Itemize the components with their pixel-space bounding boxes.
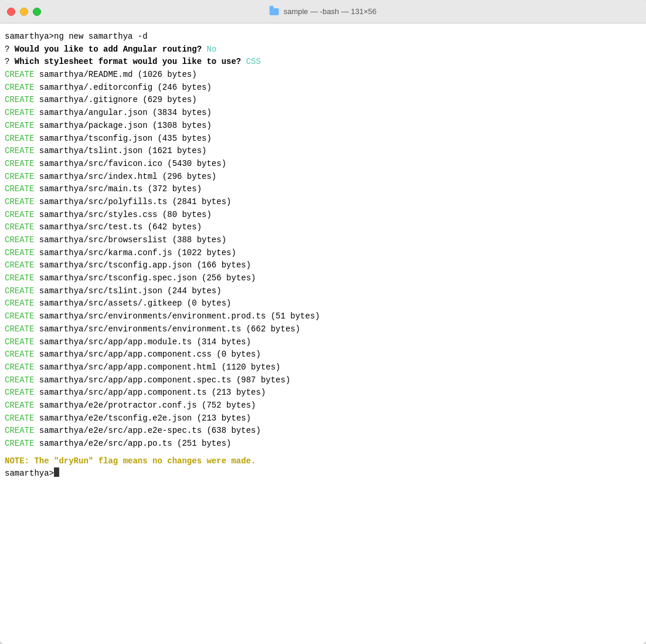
create-keyword: CREATE (5, 285, 34, 298)
file-path: samarthya/angular.json (3834 bytes) (34, 107, 211, 120)
create-keyword: CREATE (5, 412, 34, 425)
create-line: CREATE samarthya/src/app/app.component.c… (5, 348, 641, 361)
file-path: samarthya/.gitignore (629 bytes) (34, 94, 196, 107)
create-line: CREATE samarthya/src/favicon.ico (5430 b… (5, 158, 641, 171)
file-path: samarthya/src/polyfills.ts (2841 bytes) (34, 196, 231, 209)
file-path: samarthya/src/karma.conf.js (1022 bytes) (34, 247, 236, 260)
file-path: samarthya/src/environments/environment.p… (34, 310, 319, 323)
create-keyword: CREATE (5, 133, 34, 145)
create-line: CREATE samarthya/src/main.ts (372 bytes) (5, 183, 641, 196)
create-keyword: CREATE (5, 82, 34, 94)
create-line: CREATE samarthya/e2e/src/app.po.ts (251 … (5, 438, 641, 450)
file-path: samarthya/src/app/app.component.html (11… (34, 361, 280, 374)
final-prompt-line: samarthya> (5, 467, 641, 480)
create-keyword: CREATE (5, 399, 34, 412)
create-keyword: CREATE (5, 336, 34, 349)
create-keyword: CREATE (5, 234, 34, 247)
create-line: CREATE samarthya/src/test.ts (642 bytes) (5, 221, 641, 234)
q1-mark: ? (5, 43, 15, 56)
create-lines: CREATE samarthya/README.md (1026 bytes)C… (5, 69, 641, 450)
file-path: samarthya/src/assets/.gitkeep (0 bytes) (34, 297, 231, 310)
create-line: CREATE samarthya/README.md (1026 bytes) (5, 69, 641, 82)
traffic-lights (7, 8, 41, 16)
create-line: CREATE samarthya/angular.json (3834 byte… (5, 107, 641, 120)
note-line: NOTE: The "dryRun" flag means no changes… (5, 455, 641, 468)
file-path: samarthya/src/tsconfig.app.json (166 byt… (34, 259, 251, 272)
file-path: samarthya/src/main.ts (372 bytes) (34, 183, 202, 196)
create-line: CREATE samarthya/src/styles.css (80 byte… (5, 209, 641, 222)
file-path: samarthya/e2e/src/app.e2e-spec.ts (638 b… (34, 425, 260, 438)
create-line: CREATE samarthya/e2e/tsconfig.e2e.json (… (5, 412, 641, 425)
create-line: CREATE samarthya/e2e/protractor.conf.js … (5, 399, 641, 412)
create-line: CREATE samarthya/src/tsconfig.app.json (… (5, 259, 641, 272)
file-path: samarthya/src/app/app.component.ts (213 … (34, 387, 266, 399)
create-line: CREATE samarthya/.gitignore (629 bytes) (5, 94, 641, 107)
create-line: CREATE samarthya/src/tsconfig.spec.json … (5, 272, 641, 285)
create-keyword: CREATE (5, 120, 34, 133)
file-path: samarthya/src/app/app.component.spec.ts … (34, 374, 290, 387)
create-keyword: CREATE (5, 94, 34, 107)
create-line: CREATE samarthya/src/environments/enviro… (5, 323, 641, 336)
create-keyword: CREATE (5, 209, 34, 222)
terminal-window: sample — -bash — 131×56 samarthya> ng ne… (0, 0, 646, 644)
maximize-button[interactable] (33, 8, 41, 16)
create-keyword: CREATE (5, 69, 34, 82)
terminal-body[interactable]: samarthya> ng new samarthya -d ? Would y… (0, 23, 646, 644)
create-keyword: CREATE (5, 297, 34, 310)
create-keyword: CREATE (5, 387, 34, 399)
create-keyword: CREATE (5, 259, 34, 272)
question2-line: ? Which stylesheet format would you like… (5, 56, 641, 69)
create-line: CREATE samarthya/src/app/app.component.s… (5, 374, 641, 387)
folder-icon (270, 8, 279, 15)
file-path: samarthya/e2e/tsconfig.e2e.json (213 byt… (34, 412, 251, 425)
create-line: CREATE samarthya/src/assets/.gitkeep (0 … (5, 297, 641, 310)
create-line: CREATE samarthya/src/index.html (296 byt… (5, 171, 641, 184)
q2-mark: ? (5, 56, 15, 69)
create-keyword: CREATE (5, 348, 34, 361)
create-keyword: CREATE (5, 183, 34, 196)
file-path: samarthya/src/index.html (296 bytes) (34, 171, 216, 184)
file-path: samarthya/src/browserslist (388 bytes) (34, 234, 226, 247)
file-path: samarthya/tsconfig.json (435 bytes) (34, 133, 211, 145)
titlebar: sample — -bash — 131×56 (0, 0, 646, 23)
file-path: samarthya/src/app/app.module.ts (314 byt… (34, 336, 251, 349)
command-line: samarthya> ng new samarthya -d (5, 30, 641, 43)
create-line: CREATE samarthya/e2e/src/app.e2e-spec.ts… (5, 425, 641, 438)
create-line: CREATE samarthya/package.json (1308 byte… (5, 120, 641, 133)
create-keyword: CREATE (5, 171, 34, 184)
file-path: samarthya/package.json (1308 bytes) (34, 120, 211, 133)
file-path: samarthya/src/app/app.component.css (0 b… (34, 348, 260, 361)
create-keyword: CREATE (5, 107, 34, 120)
q2-answer: CSS (241, 56, 261, 69)
create-keyword: CREATE (5, 374, 34, 387)
file-path: samarthya/.editorconfig (246 bytes) (34, 82, 211, 94)
file-path: samarthya/src/styles.css (80 bytes) (34, 209, 211, 222)
create-line: CREATE samarthya/src/polyfills.ts (2841 … (5, 196, 641, 209)
file-path: samarthya/e2e/protractor.conf.js (752 by… (34, 399, 256, 412)
file-path: samarthya/src/tslint.json (244 bytes) (34, 285, 221, 298)
create-line: CREATE samarthya/tsconfig.json (435 byte… (5, 133, 641, 145)
q1-text: Would you like to add Angular routing? (15, 43, 202, 56)
create-line: CREATE samarthya/src/app/app.module.ts (… (5, 336, 641, 349)
create-keyword: CREATE (5, 221, 34, 234)
cursor (54, 467, 59, 477)
file-path: samarthya/src/test.ts (642 bytes) (34, 221, 202, 234)
create-keyword: CREATE (5, 247, 34, 260)
create-keyword: CREATE (5, 145, 34, 158)
create-keyword: CREATE (5, 438, 34, 450)
create-line: CREATE samarthya/src/app/app.component.h… (5, 361, 641, 374)
q2-text: Which stylesheet format would you like t… (15, 56, 241, 69)
close-button[interactable] (7, 8, 15, 16)
window-title: sample — -bash — 131×56 (270, 7, 377, 16)
file-path: samarthya/README.md (1026 bytes) (34, 69, 196, 82)
prompt-text: samarthya> (5, 30, 54, 43)
file-path: samarthya/src/environments/environment.t… (34, 323, 300, 336)
file-path: samarthya/src/tsconfig.spec.json (256 by… (34, 272, 256, 285)
create-line: CREATE samarthya/.editorconfig (246 byte… (5, 82, 641, 94)
create-line: CREATE samarthya/src/karma.conf.js (1022… (5, 247, 641, 260)
create-line: CREATE samarthya/src/environments/enviro… (5, 310, 641, 323)
file-path: samarthya/tslint.json (1621 bytes) (34, 145, 206, 158)
minimize-button[interactable] (20, 8, 28, 16)
create-keyword: CREATE (5, 310, 34, 323)
create-keyword: CREATE (5, 158, 34, 171)
